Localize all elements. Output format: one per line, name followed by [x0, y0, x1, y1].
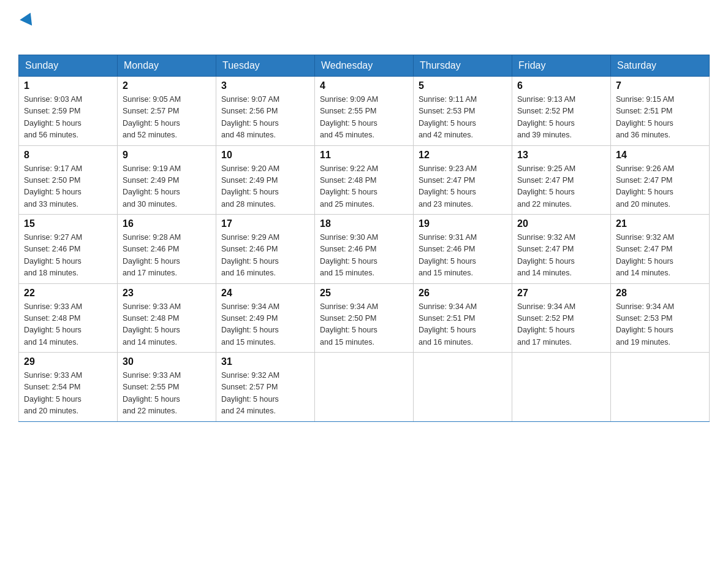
- header-sunday: Sunday: [19, 55, 118, 77]
- day-info: Sunrise: 9:34 AMSunset: 2:50 PMDaylight:…: [320, 301, 408, 349]
- calendar-cell: 5 Sunrise: 9:11 AMSunset: 2:53 PMDayligh…: [414, 77, 512, 146]
- calendar-header-row: SundayMondayTuesdayWednesdayThursdayFrid…: [19, 55, 710, 77]
- day-number: 19: [419, 218, 507, 229]
- day-number: 5: [419, 80, 507, 91]
- calendar-cell: 9 Sunrise: 9:19 AMSunset: 2:49 PMDayligh…: [118, 145, 216, 215]
- day-info: Sunrise: 9:07 AMSunset: 2:56 PMDaylight:…: [221, 94, 309, 142]
- day-info: Sunrise: 9:25 AMSunset: 2:47 PMDaylight:…: [517, 163, 605, 211]
- day-number: 8: [24, 150, 112, 161]
- calendar-table: SundayMondayTuesdayWednesdayThursdayFrid…: [18, 55, 710, 422]
- calendar-cell: 26 Sunrise: 9:34 AMSunset: 2:51 PMDaylig…: [414, 283, 512, 353]
- calendar-cell: 18 Sunrise: 9:30 AMSunset: 2:46 PMDaylig…: [315, 215, 414, 284]
- day-number: 15: [24, 218, 112, 229]
- calendar-cell: 12 Sunrise: 9:23 AMSunset: 2:47 PMDaylig…: [414, 145, 512, 215]
- day-number: 22: [24, 288, 112, 299]
- calendar-cell: 4 Sunrise: 9:09 AMSunset: 2:55 PMDayligh…: [315, 77, 414, 146]
- week-row-2: 8 Sunrise: 9:17 AMSunset: 2:50 PMDayligh…: [19, 145, 710, 215]
- header-tuesday: Tuesday: [216, 55, 315, 77]
- calendar-cell: 19 Sunrise: 9:31 AMSunset: 2:46 PMDaylig…: [414, 215, 512, 284]
- day-number: 30: [123, 356, 211, 367]
- calendar-cell: 31 Sunrise: 9:32 AMSunset: 2:57 PMDaylig…: [216, 353, 315, 422]
- calendar-cell: 13 Sunrise: 9:25 AMSunset: 2:47 PMDaylig…: [512, 145, 611, 215]
- day-info: Sunrise: 9:32 AMSunset: 2:47 PMDaylight:…: [517, 232, 605, 280]
- day-number: 6: [517, 80, 605, 91]
- calendar-cell: 23 Sunrise: 9:33 AMSunset: 2:48 PMDaylig…: [118, 283, 216, 353]
- calendar-cell: [512, 353, 611, 422]
- week-row-4: 22 Sunrise: 9:33 AMSunset: 2:48 PMDaylig…: [19, 283, 710, 353]
- day-info: Sunrise: 9:03 AMSunset: 2:59 PMDaylight:…: [24, 94, 112, 142]
- day-info: Sunrise: 9:20 AMSunset: 2:49 PMDaylight:…: [221, 163, 309, 211]
- day-number: 3: [221, 80, 309, 91]
- calendar-cell: 10 Sunrise: 9:20 AMSunset: 2:49 PMDaylig…: [216, 145, 315, 215]
- day-info: Sunrise: 9:28 AMSunset: 2:46 PMDaylight:…: [123, 232, 211, 280]
- day-number: 10: [221, 150, 309, 161]
- calendar-cell: 7 Sunrise: 9:15 AMSunset: 2:51 PMDayligh…: [611, 77, 710, 146]
- day-info: Sunrise: 9:33 AMSunset: 2:48 PMDaylight:…: [24, 301, 112, 349]
- calendar-cell: 15 Sunrise: 9:27 AMSunset: 2:46 PMDaylig…: [19, 215, 118, 284]
- calendar-cell: 20 Sunrise: 9:32 AMSunset: 2:47 PMDaylig…: [512, 215, 611, 284]
- calendar-cell: 11 Sunrise: 9:22 AMSunset: 2:48 PMDaylig…: [315, 145, 414, 215]
- calendar-cell: 17 Sunrise: 9:29 AMSunset: 2:46 PMDaylig…: [216, 215, 315, 284]
- day-number: 2: [123, 80, 211, 91]
- week-row-3: 15 Sunrise: 9:27 AMSunset: 2:46 PMDaylig…: [19, 215, 710, 284]
- day-info: Sunrise: 9:15 AMSunset: 2:51 PMDaylight:…: [616, 94, 704, 142]
- day-info: Sunrise: 9:11 AMSunset: 2:53 PMDaylight:…: [419, 94, 507, 142]
- calendar-cell: 8 Sunrise: 9:17 AMSunset: 2:50 PMDayligh…: [19, 145, 118, 215]
- day-info: Sunrise: 9:31 AMSunset: 2:46 PMDaylight:…: [419, 232, 507, 280]
- day-info: Sunrise: 9:19 AMSunset: 2:49 PMDaylight:…: [123, 163, 211, 211]
- calendar-cell: 21 Sunrise: 9:32 AMSunset: 2:47 PMDaylig…: [611, 215, 710, 284]
- day-number: 18: [320, 218, 408, 229]
- day-info: Sunrise: 9:22 AMSunset: 2:48 PMDaylight:…: [320, 163, 408, 211]
- calendar-cell: 1 Sunrise: 9:03 AMSunset: 2:59 PMDayligh…: [19, 77, 118, 146]
- day-number: 29: [24, 356, 112, 367]
- calendar-cell: 28 Sunrise: 9:34 AMSunset: 2:53 PMDaylig…: [611, 283, 710, 353]
- day-number: 28: [616, 288, 704, 299]
- day-number: 27: [517, 288, 605, 299]
- day-number: 23: [123, 288, 211, 299]
- header-wednesday: Wednesday: [315, 55, 414, 77]
- day-info: Sunrise: 9:27 AMSunset: 2:46 PMDaylight:…: [24, 232, 112, 280]
- logo: [18, 12, 35, 42]
- day-number: 21: [616, 218, 704, 229]
- calendar-cell: 29 Sunrise: 9:33 AMSunset: 2:54 PMDaylig…: [19, 353, 118, 422]
- header-friday: Friday: [512, 55, 611, 77]
- day-info: Sunrise: 9:26 AMSunset: 2:47 PMDaylight:…: [616, 163, 704, 211]
- calendar-cell: 6 Sunrise: 9:13 AMSunset: 2:52 PMDayligh…: [512, 77, 611, 146]
- day-info: Sunrise: 9:23 AMSunset: 2:47 PMDaylight:…: [419, 163, 507, 211]
- calendar-cell: 22 Sunrise: 9:33 AMSunset: 2:48 PMDaylig…: [19, 283, 118, 353]
- day-number: 16: [123, 218, 211, 229]
- calendar-cell: 2 Sunrise: 9:05 AMSunset: 2:57 PMDayligh…: [118, 77, 216, 146]
- day-info: Sunrise: 9:13 AMSunset: 2:52 PMDaylight:…: [517, 94, 605, 142]
- week-row-5: 29 Sunrise: 9:33 AMSunset: 2:54 PMDaylig…: [19, 353, 710, 422]
- header-monday: Monday: [118, 55, 216, 77]
- day-number: 12: [419, 150, 507, 161]
- calendar-cell: 25 Sunrise: 9:34 AMSunset: 2:50 PMDaylig…: [315, 283, 414, 353]
- page-header: [18, 12, 710, 42]
- day-info: Sunrise: 9:33 AMSunset: 2:55 PMDaylight:…: [123, 370, 211, 418]
- day-info: Sunrise: 9:09 AMSunset: 2:55 PMDaylight:…: [320, 94, 408, 142]
- day-number: 26: [419, 288, 507, 299]
- day-number: 9: [123, 150, 211, 161]
- day-number: 7: [616, 80, 704, 91]
- day-info: Sunrise: 9:34 AMSunset: 2:53 PMDaylight:…: [616, 301, 704, 349]
- day-number: 31: [221, 356, 309, 367]
- day-number: 17: [221, 218, 309, 229]
- day-info: Sunrise: 9:32 AMSunset: 2:57 PMDaylight:…: [221, 370, 309, 418]
- day-info: Sunrise: 9:34 AMSunset: 2:52 PMDaylight:…: [517, 301, 605, 349]
- calendar-cell: 3 Sunrise: 9:07 AMSunset: 2:56 PMDayligh…: [216, 77, 315, 146]
- calendar-cell: [414, 353, 512, 422]
- day-info: Sunrise: 9:30 AMSunset: 2:46 PMDaylight:…: [320, 232, 408, 280]
- header-thursday: Thursday: [414, 55, 512, 77]
- day-number: 1: [24, 80, 112, 91]
- day-info: Sunrise: 9:32 AMSunset: 2:47 PMDaylight:…: [616, 232, 704, 280]
- header-saturday: Saturday: [611, 55, 710, 77]
- calendar-cell: 24 Sunrise: 9:34 AMSunset: 2:49 PMDaylig…: [216, 283, 315, 353]
- calendar-cell: 30 Sunrise: 9:33 AMSunset: 2:55 PMDaylig…: [118, 353, 216, 422]
- day-info: Sunrise: 9:05 AMSunset: 2:57 PMDaylight:…: [123, 94, 211, 142]
- day-number: 11: [320, 150, 408, 161]
- day-number: 25: [320, 288, 408, 299]
- day-number: 14: [616, 150, 704, 161]
- day-number: 24: [221, 288, 309, 299]
- day-info: Sunrise: 9:34 AMSunset: 2:49 PMDaylight:…: [221, 301, 309, 349]
- calendar-cell: 14 Sunrise: 9:26 AMSunset: 2:47 PMDaylig…: [611, 145, 710, 215]
